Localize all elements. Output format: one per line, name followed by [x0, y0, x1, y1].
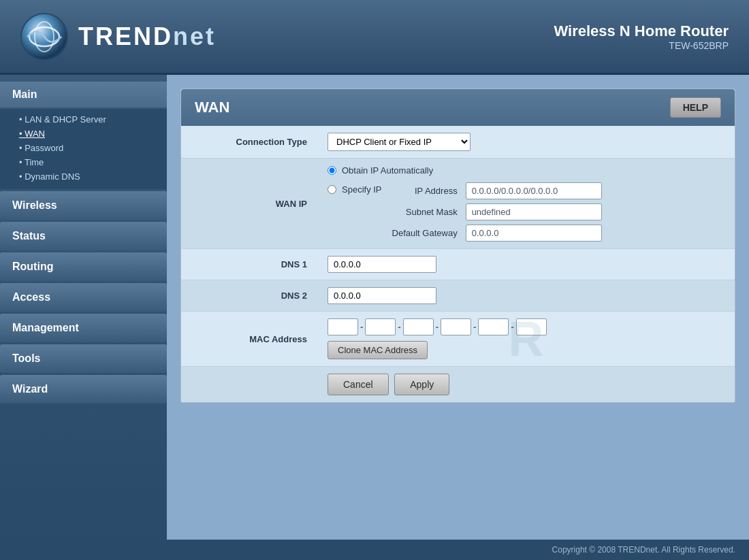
connection-type-row: Connection Type DHCP Client or Fixed IP …	[181, 126, 735, 159]
logo-text: TRENDnet	[78, 22, 216, 51]
mac-sep-4: -	[473, 322, 476, 332]
dns1-label: DNS 1	[181, 249, 317, 280]
wan-form: Connection Type DHCP Client or Fixed IP …	[181, 126, 735, 402]
content-area: WAN HELP Connection Type DHCP Client or …	[167, 75, 749, 540]
mac-sep-5: -	[511, 322, 513, 332]
panel-title: WAN	[195, 99, 229, 116]
dns1-input[interactable]	[328, 256, 436, 273]
dns2-row: DNS 2	[181, 280, 735, 312]
header: TRENDnet Wireless N Home Router TEW-652B…	[0, 0, 749, 75]
default-gateway-input[interactable]	[466, 225, 602, 242]
subnet-mask-input[interactable]	[466, 203, 602, 220]
mac-seg1-input[interactable]	[328, 318, 358, 335]
mac-address-label: MAC Address	[181, 312, 317, 367]
sidebar-item-wan[interactable]: • WAN	[0, 127, 167, 141]
mac-inputs: - - - - -	[328, 318, 724, 335]
mac-seg4-input[interactable]	[441, 318, 471, 335]
connection-type-label: Connection Type	[181, 126, 317, 159]
dns1-value-cell	[317, 249, 735, 280]
sidebar-management-button[interactable]: Management	[0, 314, 167, 342]
subnet-mask-label: Subnet Mask	[392, 207, 458, 217]
logo-trend: TREND	[78, 22, 173, 50]
action-buttons-cell: Cancel Apply	[317, 367, 735, 403]
sidebar-tools-button[interactable]: Tools	[0, 344, 167, 373]
product-name: Wireless N Home Router	[554, 22, 729, 40]
trendnet-logo-icon	[20, 13, 68, 61]
specify-ip-radio[interactable]	[328, 185, 336, 194]
wan-ip-row: WAN IP Obtain IP Automatically	[181, 159, 735, 249]
mac-seg6-input[interactable]	[516, 318, 547, 335]
ip-fields: IP Address Subnet Mask Default Gateway	[392, 182, 602, 242]
mac-seg2-input[interactable]	[365, 318, 396, 335]
mac-sep-1: -	[360, 322, 363, 332]
action-label-cell	[181, 367, 317, 403]
apply-button[interactable]: Apply	[394, 374, 449, 395]
mac-address-value-cell: R - - - - -	[317, 312, 735, 367]
mac-seg3-input[interactable]	[403, 318, 434, 335]
wan-ip-value-cell: Obtain IP Automatically Specify IP IP Ad…	[317, 159, 735, 249]
sidebar-item-dynamic-dns[interactable]: • Dynamic DNS	[0, 169, 167, 184]
sidebar-wireless-button[interactable]: Wireless	[0, 191, 167, 220]
sidebar-item-time[interactable]: • Time	[0, 155, 167, 169]
dns2-value-cell	[317, 280, 735, 312]
product-model: TEW-652BRP	[554, 40, 729, 51]
cancel-button[interactable]: Cancel	[328, 374, 389, 395]
action-buttons-row: Cancel Apply	[181, 367, 735, 403]
dns2-input[interactable]	[328, 287, 436, 304]
sidebar-wizard-button[interactable]: Wizard	[0, 375, 167, 403]
content-panel: WAN HELP Connection Type DHCP Client or …	[180, 88, 735, 403]
obtain-ip-label: Obtain IP Automatically	[342, 165, 433, 176]
specify-ip-label: Specify IP	[342, 184, 382, 195]
sidebar-main-submenu: • LAN & DHCP Server • WAN • Password • T…	[0, 109, 167, 189]
ip-address-input[interactable]	[466, 182, 602, 199]
sidebar-status-button[interactable]: Status	[0, 222, 167, 250]
obtain-ip-row: Obtain IP Automatically	[328, 165, 724, 176]
product-info: Wireless N Home Router TEW-652BRP	[554, 22, 729, 51]
panel-header: WAN HELP	[181, 89, 735, 126]
logo-net: net	[173, 22, 216, 50]
connection-type-select[interactable]: DHCP Client or Fixed IP PPPoE PPTP L2TP …	[328, 133, 471, 151]
wan-ip-label: WAN IP	[181, 159, 317, 249]
help-button[interactable]: HELP	[670, 97, 721, 118]
sidebar-item-lan-dhcp[interactable]: • LAN & DHCP Server	[0, 112, 167, 127]
dns2-label: DNS 2	[181, 280, 317, 312]
default-gateway-label: Default Gateway	[392, 228, 458, 238]
sidebar-access-button[interactable]: Access	[0, 283, 167, 312]
connection-type-value-cell: DHCP Client or Fixed IP PPPoE PPTP L2TP …	[317, 126, 735, 159]
sidebar: Main • LAN & DHCP Server • WAN • Passwor…	[0, 75, 167, 540]
main-layout: Main • LAN & DHCP Server • WAN • Passwor…	[0, 75, 749, 540]
clone-mac-button[interactable]: Clone MAC Address	[328, 341, 428, 359]
sidebar-main-header[interactable]: Main	[0, 82, 167, 108]
mac-address-row: MAC Address R - - - -	[181, 312, 735, 367]
footer: Copyright © 2008 TRENDnet. All Rights Re…	[0, 540, 749, 560]
footer-text: Copyright © 2008 TRENDnet. All Rights Re…	[552, 545, 735, 555]
sidebar-item-password[interactable]: • Password	[0, 141, 167, 155]
mac-sep-2: -	[398, 322, 400, 332]
dns1-row: DNS 1	[181, 249, 735, 280]
specify-ip-label-row: Specify IP	[328, 182, 382, 195]
mac-seg5-input[interactable]	[478, 318, 509, 335]
mac-sep-3: -	[436, 322, 439, 332]
wan-ip-options: Obtain IP Automatically Specify IP IP Ad…	[328, 165, 724, 242]
specify-ip-section: Specify IP IP Address Subnet Mask Defaul…	[328, 182, 724, 242]
ip-address-label: IP Address	[392, 186, 458, 196]
sidebar-routing-button[interactable]: Routing	[0, 252, 167, 281]
obtain-ip-radio[interactable]	[328, 166, 336, 175]
logo-area: TRENDnet	[20, 13, 216, 61]
